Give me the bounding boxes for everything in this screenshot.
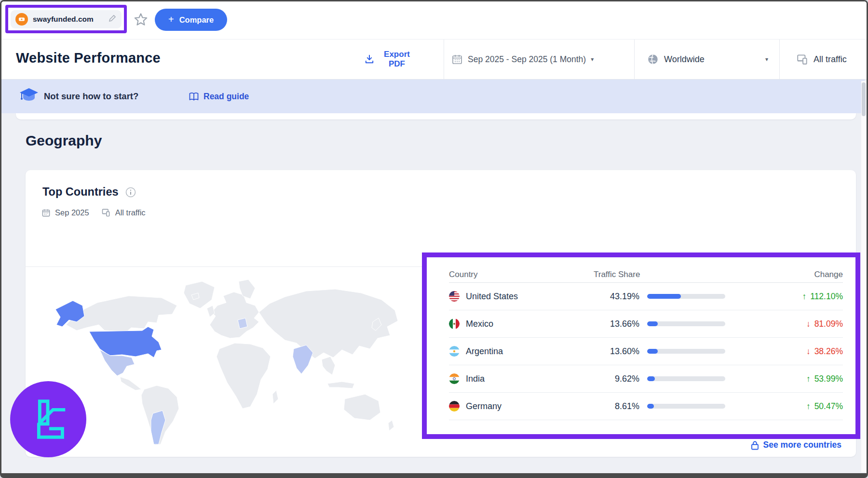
world-map[interactable]: [32, 268, 418, 450]
scrollbar[interactable]: [861, 81, 866, 472]
date-range-selector[interactable]: Sep 2025 - Sep 2025 (1 Month) ▾: [451, 40, 594, 79]
logo-glyph-icon: [25, 396, 72, 443]
country-flag-icon: [449, 401, 460, 412]
top-countries-card: Top Countries Sep 2025 All traffic: [26, 170, 856, 457]
region-label: Worldwide: [664, 54, 705, 65]
traffic-share-bar: [647, 376, 725, 381]
header-divider: [444, 40, 444, 79]
see-more-countries-link[interactable]: See more countries: [751, 440, 841, 450]
table-row: India 9.62% ↑ 53.99%: [449, 365, 843, 393]
graduation-cap-icon: [19, 87, 39, 106]
header-divider: [634, 40, 635, 79]
map-india: [293, 345, 313, 374]
page-title: Website Performance: [16, 50, 161, 66]
change-arrow-icon: ↓: [806, 319, 811, 329]
chevron-down-icon: ▾: [765, 56, 768, 63]
traffic-share-value: 13.60%: [594, 346, 639, 357]
region-selector[interactable]: Worldwide ▾: [647, 40, 768, 79]
domain-text: swayfunded.com: [33, 15, 94, 24]
country-name: Argentina: [466, 346, 503, 357]
page-header: Website Performance Export PDF Sep 2025 …: [1, 39, 867, 80]
calendar-icon: [451, 53, 463, 65]
country-name: Germany: [466, 401, 502, 412]
traffic-filter-label: All traffic: [814, 54, 847, 65]
table-row: Germany 8.61% ↑ 50.47%: [449, 393, 843, 420]
top-bar: swayfunded.com + Compare: [1, 1, 867, 39]
map-united-states: [89, 327, 162, 358]
info-icon[interactable]: [125, 187, 136, 198]
table-row: Mexico 13.66% ↓ 81.09%: [449, 310, 843, 338]
col-country: Country: [449, 270, 594, 279]
country-flag-icon: [449, 291, 460, 302]
country-name: India: [466, 374, 485, 384]
compare-label: Compare: [179, 15, 214, 25]
table-header: Country Traffic Share Change: [449, 268, 843, 283]
change-value: 53.99%: [814, 374, 843, 384]
country-flag-icon: [449, 319, 460, 329]
chevron-down-icon: ▾: [591, 56, 594, 63]
card-date-label: Sep 2025: [55, 208, 89, 217]
col-traffic-share: Traffic Share: [594, 270, 726, 279]
country-name: United States: [466, 292, 518, 302]
traffic-share-bar: [647, 294, 725, 299]
change-arrow-icon: ↑: [806, 401, 811, 412]
country-name: Mexico: [466, 319, 493, 329]
traffic-share-bar: [647, 404, 725, 409]
card-filters-summary: Sep 2025 All traffic: [41, 208, 146, 217]
change-value: 112.10%: [810, 292, 843, 302]
country-flag-icon: [449, 373, 460, 384]
section-title: Geography: [26, 133, 102, 149]
scrollbar-thumb[interactable]: [862, 82, 866, 116]
site-favicon-icon: [15, 13, 28, 26]
favorite-star-icon[interactable]: [133, 12, 149, 28]
compare-button[interactable]: + Compare: [155, 9, 227, 31]
header-divider: [779, 40, 780, 79]
change-value: 81.09%: [814, 319, 843, 329]
card-title: Top Countries: [42, 186, 119, 199]
download-icon: [364, 54, 375, 65]
edit-domain-icon[interactable]: [108, 14, 117, 25]
domain-input[interactable]: swayfunded.com: [11, 10, 122, 28]
map-argentina: [151, 411, 165, 444]
app-window: swayfunded.com + Compare Website Perform…: [0, 0, 868, 478]
traffic-share-value: 8.61%: [594, 401, 639, 412]
previous-card-remnant: [16, 113, 856, 120]
table-row: Argentina 13.60% ↓ 38.26%: [449, 338, 843, 365]
traffic-share-value: 13.66%: [594, 319, 639, 329]
country-flag-icon: [449, 346, 460, 357]
map-germany: [238, 318, 247, 329]
lock-icon: [751, 440, 759, 450]
change-arrow-icon: ↓: [806, 346, 811, 357]
plus-icon: +: [168, 14, 174, 25]
traffic-share-value: 9.62%: [594, 374, 639, 384]
banner-text: Not sure how to start?: [44, 91, 138, 102]
table-body: United States 43.19% ↑ 112.10% Mexico 13…: [449, 283, 843, 420]
read-guide-label: Read guide: [203, 92, 249, 102]
traffic-share-bar: [647, 349, 725, 354]
domain-highlight-box: swayfunded.com: [5, 5, 127, 33]
traffic-share-bar: [647, 321, 725, 326]
devices-icon: [101, 208, 111, 217]
watermark-logo: [10, 381, 86, 457]
col-change: Change: [775, 270, 843, 279]
read-guide-link[interactable]: Read guide: [189, 92, 249, 102]
table-row: United States 43.19% ↑ 112.10%: [449, 283, 843, 310]
change-arrow-icon: ↑: [802, 292, 806, 302]
calendar-icon: [41, 208, 51, 217]
change-value: 38.26%: [814, 346, 843, 357]
date-range-label: Sep 2025 - Sep 2025 (1 Month): [468, 54, 586, 65]
see-more-countries-label: See more countries: [763, 440, 841, 450]
devices-icon: [796, 53, 809, 66]
export-pdf-label: Export PDF: [380, 50, 414, 69]
export-pdf-button[interactable]: Export PDF: [364, 40, 414, 79]
card-traffic-label: All traffic: [115, 208, 146, 217]
globe-icon: [647, 53, 659, 66]
book-icon: [189, 92, 199, 101]
help-banner: Not sure how to start? Read guide: [1, 80, 865, 113]
change-value: 50.47%: [814, 401, 843, 412]
traffic-filter-selector[interactable]: All traffic: [796, 40, 847, 79]
countries-table-highlight: Country Traffic Share Change United Stat…: [422, 252, 860, 439]
change-arrow-icon: ↑: [806, 374, 811, 384]
traffic-share-value: 43.19%: [594, 292, 639, 302]
